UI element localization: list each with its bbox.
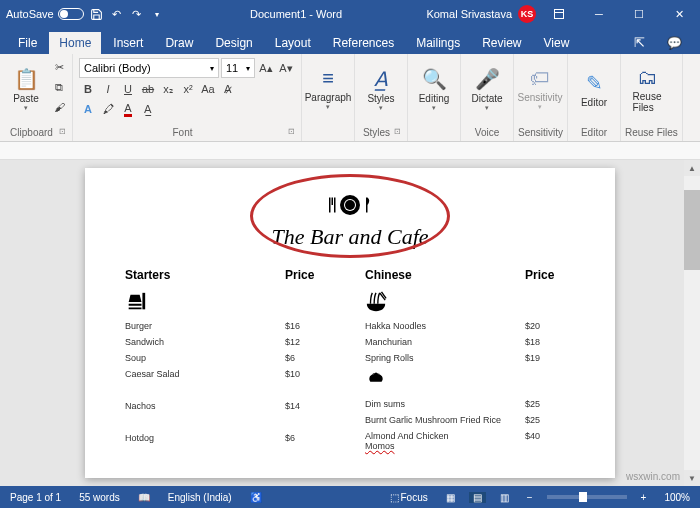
watermark: wsxwin.com: [626, 471, 680, 482]
avatar[interactable]: KS: [518, 5, 536, 23]
highlight-icon[interactable]: 🖍: [99, 100, 117, 118]
document-title: Document1 - Word: [170, 8, 423, 20]
reuse-files-icon: 🗂: [637, 66, 657, 89]
chevron-down-icon: ▾: [24, 104, 28, 112]
tab-design[interactable]: Design: [205, 32, 262, 54]
zoom-level[interactable]: 100%: [660, 492, 694, 503]
clear-format-icon[interactable]: A̷: [219, 80, 237, 98]
tab-references[interactable]: References: [323, 32, 404, 54]
tab-insert[interactable]: Insert: [103, 32, 153, 54]
dialog-launcher-icon[interactable]: ⊡: [59, 127, 66, 136]
text-effects-icon[interactable]: A: [79, 100, 97, 118]
table-row: Hotdog$6: [125, 430, 335, 446]
char-border-icon[interactable]: A̲: [139, 100, 157, 118]
scroll-thumb[interactable]: [684, 190, 700, 270]
reuse-files-button[interactable]: 🗂Reuse Files: [625, 56, 669, 122]
cut-icon[interactable]: ✂: [50, 58, 68, 76]
accessibility-icon[interactable]: ♿: [246, 492, 266, 503]
page[interactable]: The Bar and Cafe StartersPrice Burger$16…: [85, 168, 615, 478]
mic-icon: 🎤: [475, 67, 500, 91]
tab-file[interactable]: File: [8, 32, 47, 54]
tab-review[interactable]: Review: [472, 32, 531, 54]
vertical-scrollbar[interactable]: ▲ ▼: [684, 160, 700, 486]
tab-home[interactable]: Home: [49, 32, 101, 54]
tab-mailings[interactable]: Mailings: [406, 32, 470, 54]
superscript-button[interactable]: x²: [179, 80, 197, 98]
table-row: Hakka Noodles$20: [365, 318, 575, 334]
autosave-label: AutoSave: [6, 8, 54, 20]
editing-button[interactable]: 🔍Editing▾: [412, 56, 456, 122]
dialog-launcher-icon[interactable]: ⊡: [288, 127, 295, 136]
dimsum-icon: [365, 366, 525, 396]
focus-mode[interactable]: ⬚ Focus: [386, 492, 432, 503]
strike-button[interactable]: ab: [139, 80, 157, 98]
paragraph-icon: ≡: [322, 67, 334, 90]
document-area[interactable]: The Bar and Cafe StartersPrice Burger$16…: [0, 160, 700, 486]
subscript-button[interactable]: x₂: [159, 80, 177, 98]
copy-icon[interactable]: ⧉: [50, 78, 68, 96]
share-button[interactable]: ⇱: [624, 31, 655, 54]
table-row: Burger$16: [125, 318, 335, 334]
svg-rect-0: [555, 10, 564, 19]
editor-icon: ✎: [586, 71, 603, 95]
sensitivity-button[interactable]: 🏷Sensitivity▾: [518, 56, 562, 122]
styles-button[interactable]: A̲Styles▾: [359, 56, 403, 122]
qat-dropdown-icon[interactable]: ▾: [150, 7, 164, 21]
close-button[interactable]: ✕: [662, 0, 696, 28]
print-layout-icon[interactable]: ▤: [469, 492, 486, 503]
table-row: Nachos$14: [125, 398, 335, 414]
svg-rect-7: [142, 293, 145, 310]
autosave-toggle[interactable]: [58, 8, 84, 20]
grow-font-icon[interactable]: A▴: [257, 59, 275, 77]
noodles-icon: [365, 288, 525, 318]
zoom-slider[interactable]: [547, 495, 627, 499]
starters-table: StartersPrice Burger$16 Sandwich$12 Soup…: [125, 268, 335, 446]
page-count[interactable]: Page 1 of 1: [6, 492, 65, 503]
table-row: Soup$6: [125, 350, 335, 366]
tab-view[interactable]: View: [534, 32, 580, 54]
format-painter-icon[interactable]: 🖌: [50, 98, 68, 116]
zoom-out-icon[interactable]: −: [523, 492, 537, 503]
dialog-launcher-icon[interactable]: ⊡: [394, 127, 401, 136]
read-mode-icon[interactable]: ▦: [442, 492, 459, 503]
font-selector[interactable]: Calibri (Body)▾: [79, 58, 219, 78]
undo-icon[interactable]: ↶: [110, 7, 124, 21]
table-row: Sandwich$12: [125, 334, 335, 350]
sensitivity-icon: 🏷: [530, 67, 550, 90]
minimize-button[interactable]: ─: [582, 0, 616, 28]
table-row: Spring Rolls$19: [365, 350, 575, 366]
save-icon[interactable]: [90, 7, 104, 21]
ruler[interactable]: [0, 142, 700, 160]
spell-check-icon[interactable]: 📖: [134, 492, 154, 503]
table-row: Almond And ChickenMomos$40: [365, 428, 575, 454]
word-count[interactable]: 55 words: [75, 492, 124, 503]
scroll-up-icon[interactable]: ▲: [684, 160, 700, 176]
change-case-icon[interactable]: Aa: [199, 80, 217, 98]
zoom-in-icon[interactable]: +: [637, 492, 651, 503]
table-row: Burnt Garlic Mushroom Fried Rice$25: [365, 412, 575, 428]
underline-button[interactable]: U: [119, 80, 137, 98]
dictate-button[interactable]: 🎤Dictate▾: [465, 56, 509, 122]
ribbon-options-icon[interactable]: [542, 0, 576, 28]
editor-button[interactable]: ✎Editor: [572, 56, 616, 122]
clipboard-icon: 📋: [14, 67, 39, 91]
shrink-font-icon[interactable]: A▾: [277, 59, 295, 77]
redo-icon[interactable]: ↷: [130, 7, 144, 21]
tab-layout[interactable]: Layout: [265, 32, 321, 54]
font-color-icon[interactable]: A: [119, 100, 137, 118]
paste-button[interactable]: 📋 Paste ▾: [4, 56, 48, 122]
scroll-down-icon[interactable]: ▼: [684, 470, 700, 486]
comments-button[interactable]: 💬: [657, 32, 692, 54]
paragraph-button[interactable]: ≡Paragraph▾: [306, 56, 350, 122]
web-layout-icon[interactable]: ▥: [496, 492, 513, 503]
table-row: Manchurian$18: [365, 334, 575, 350]
italic-button[interactable]: I: [99, 80, 117, 98]
tab-draw[interactable]: Draw: [155, 32, 203, 54]
bold-button[interactable]: B: [79, 80, 97, 98]
user-name: Komal Srivastava: [426, 8, 512, 20]
language[interactable]: English (India): [164, 492, 236, 503]
maximize-button[interactable]: ☐: [622, 0, 656, 28]
font-size-selector[interactable]: 11▾: [221, 58, 255, 78]
table-row: Dim sums$25: [365, 396, 575, 412]
annotation-circle: [250, 174, 450, 258]
